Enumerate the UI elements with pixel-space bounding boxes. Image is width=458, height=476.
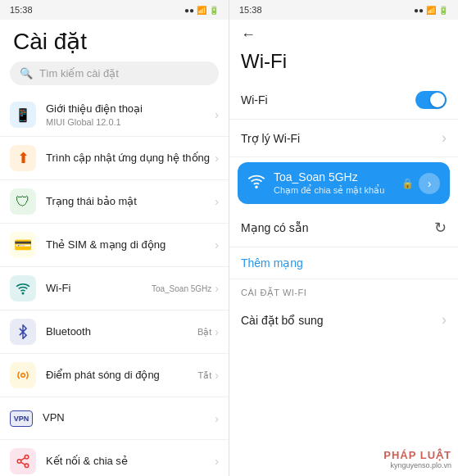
chevron-icon: › [215, 369, 219, 382]
watermark-title: PHÁP LUẬT [383, 449, 451, 461]
status-icons-right: ●● 📶 🔋 [414, 6, 448, 15]
settings-item-hotspot[interactable]: Điểm phát sóng di động Tắt › [0, 354, 229, 397]
bluetooth-right: Bật › [197, 325, 219, 338]
settings-item-security[interactable]: 🛡 Trạng thái bảo mật › [0, 180, 229, 224]
vpn-right: › [215, 412, 219, 425]
wifi-toggle-label: Wi-Fi [241, 93, 268, 107]
svg-point-2 [25, 456, 29, 460]
security-icon: 🛡 [10, 188, 36, 215]
sim-content: Thẻ SIM & mạng di động [46, 238, 215, 252]
chevron-icon: › [215, 152, 219, 165]
svg-point-0 [22, 292, 24, 294]
time-left: 15:38 [10, 5, 33, 15]
wifi-assistant-chevron: › [442, 129, 447, 147]
svg-point-7 [256, 186, 257, 188]
vpn-content: VPN [43, 411, 215, 425]
additional-settings-row[interactable]: Cài đặt bổ sung › [229, 301, 458, 338]
settings-panel: 15:38 ●● 📶 🔋 Cài đặt 🔍 Tìm kiếm cài đặt … [0, 0, 229, 476]
search-bar[interactable]: 🔍 Tìm kiếm cài đặt [10, 61, 219, 85]
available-networks-row: Mạng có sẵn ↻ [229, 209, 458, 247]
svg-point-3 [17, 460, 21, 464]
status-icons-left: ●● 📶 🔋 [184, 6, 219, 15]
sim-icon: 💳 [10, 232, 36, 258]
wifi-toggle-switch[interactable] [415, 91, 447, 109]
status-bar-right: 15:38 ●● 📶 🔋 [229, 0, 458, 20]
wifi-title: Wi-Fi [46, 282, 152, 296]
share-content: Kết nối & chia sẻ [46, 455, 215, 469]
time-right: 15:38 [239, 5, 262, 15]
hotspot-title: Điểm phát sóng di động [46, 369, 198, 383]
wifi-icon [10, 275, 36, 301]
settings-item-app-update[interactable]: ⬆ Trình cập nhật ứng dụng hệ thống › [0, 137, 229, 180]
connected-network-card[interactable]: Toa_Soan 5GHz Chạm để chia sẻ mật khẩu 🔒… [238, 162, 450, 204]
chevron-icon: › [215, 238, 219, 252]
wifi-settings-list: Wi-Fi Trợ lý Wi-Fi › Toa_Soan 5GHz Chạm … [229, 81, 458, 476]
device-intro-content: Giới thiệu điện thoại MIUI Global 12.0.1 [46, 102, 215, 127]
chevron-icon: › [215, 282, 219, 295]
bluetooth-content: Bluetooth [46, 325, 197, 339]
wifi-value: Toa_Soan 5GHz [152, 284, 211, 293]
hotspot-value: Tắt [198, 370, 212, 381]
bluetooth-icon [10, 319, 36, 345]
wifi-assistant-label: Trợ lý Wi-Fi [241, 132, 300, 145]
add-network-label: Thêm mạng [241, 256, 303, 270]
settings-item-wifi[interactable]: Wi-Fi Toa_Soan 5GHz › [0, 267, 229, 311]
svg-line-5 [20, 462, 25, 465]
vpn-title: VPN [43, 411, 215, 425]
sim-title: Thẻ SIM & mạng di động [46, 238, 215, 252]
refresh-icon[interactable]: ↻ [434, 219, 447, 237]
add-network-row[interactable]: Thêm mạng [229, 247, 458, 279]
hotspot-content: Điểm phát sóng di động [46, 369, 198, 383]
wifi-toggle-row[interactable]: Wi-Fi [229, 81, 458, 120]
network-detail-button[interactable]: › [419, 173, 440, 194]
svg-line-6 [20, 458, 25, 460]
settings-item-vpn[interactable]: VPN VPN › [0, 397, 229, 440]
chevron-icon: › [215, 455, 219, 468]
settings-item-sim[interactable]: 💳 Thẻ SIM & mạng di động › [0, 224, 229, 267]
wifi-settings-section-label: CÀI ĐẶT WI-FI [229, 279, 458, 301]
bluetooth-value: Bật [197, 327, 211, 338]
chevron-icon: › [215, 412, 219, 425]
device-icon: 📱 [10, 102, 36, 128]
security-title: Trạng thái bảo mật [46, 195, 215, 209]
settings-item-share[interactable]: Kết nối & chia sẻ › [0, 440, 229, 476]
app-update-title: Trình cập nhật ứng dụng hệ thống [46, 152, 215, 165]
wifi-back-header: ← [229, 20, 458, 47]
vpn-icon: VPN [10, 410, 33, 427]
wifi-right: Toa_Soan 5GHz › [152, 282, 219, 295]
security-right: › [215, 195, 219, 208]
status-bar-left: 15:38 ●● 📶 🔋 [0, 0, 229, 20]
back-button[interactable]: ← [241, 26, 256, 43]
additional-settings-chevron: › [442, 311, 447, 329]
settings-item-bluetooth[interactable]: Bluetooth Bật › [0, 311, 229, 354]
wifi-content: Wi-Fi [46, 282, 152, 296]
network-right-icons: 🔒 › [401, 173, 440, 194]
available-networks-label: Mạng có sẵn [241, 221, 309, 234]
hotspot-right: Tắt › [198, 369, 219, 382]
sim-right: › [215, 238, 219, 252]
network-info: Toa_Soan 5GHz Chạm để chia sẻ mật khẩu [274, 170, 393, 196]
settings-list: 📱 Giới thiệu điện thoại MIUI Global 12.0… [0, 93, 229, 476]
app-update-right: › [215, 152, 219, 165]
wifi-assistant-row[interactable]: Trợ lý Wi-Fi › [229, 120, 458, 157]
app-update-icon: ⬆ [10, 145, 36, 171]
network-wifi-icon [247, 172, 265, 194]
settings-item-device-intro[interactable]: 📱 Giới thiệu điện thoại MIUI Global 12.0… [0, 93, 229, 137]
page-title: Cài đặt [0, 20, 229, 61]
watermark-subtitle: kynguyenso.plo.vn [383, 461, 451, 469]
hotspot-icon [10, 362, 36, 388]
network-sub: Chạm để chia sẻ mật khẩu [274, 185, 393, 196]
svg-point-1 [21, 374, 25, 378]
bluetooth-title: Bluetooth [46, 325, 197, 339]
chevron-icon: › [215, 108, 219, 121]
chevron-icon: › [215, 195, 219, 208]
wifi-panel: 15:38 ●● 📶 🔋 ← Wi-Fi Wi-Fi Trợ lý Wi-Fi … [229, 0, 458, 476]
app-update-content: Trình cập nhật ứng dụng hệ thống [46, 152, 215, 165]
share-icon [10, 448, 36, 474]
svg-point-4 [25, 464, 29, 468]
security-content: Trạng thái bảo mật [46, 195, 215, 209]
lock-icon: 🔒 [401, 178, 414, 189]
watermark: PHÁP LUẬT kynguyenso.plo.vn [383, 449, 451, 469]
search-placeholder: Tìm kiếm cài đặt [39, 67, 119, 79]
search-icon: 🔍 [20, 67, 33, 79]
